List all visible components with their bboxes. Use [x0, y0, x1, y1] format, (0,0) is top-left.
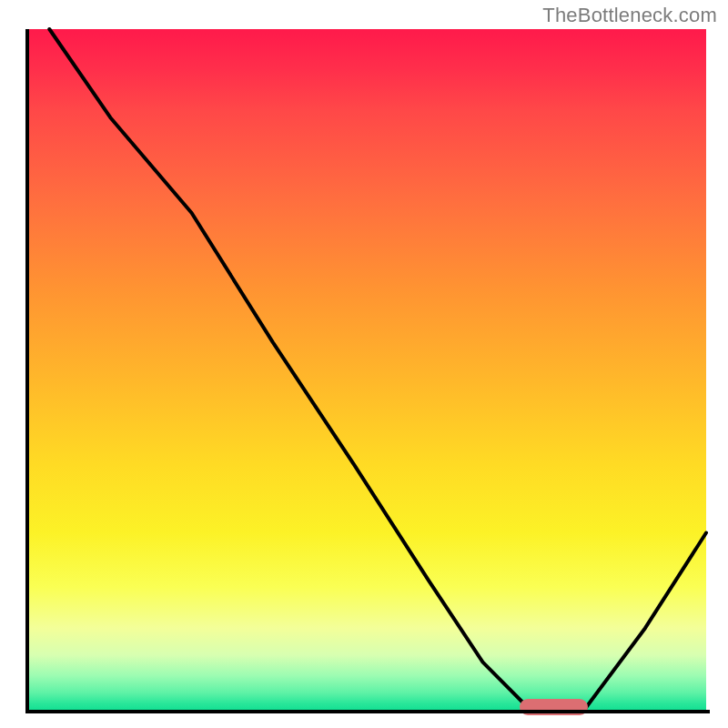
- attribution-text: TheBottleneck.com: [542, 4, 717, 27]
- axis-frame: [25, 29, 710, 713]
